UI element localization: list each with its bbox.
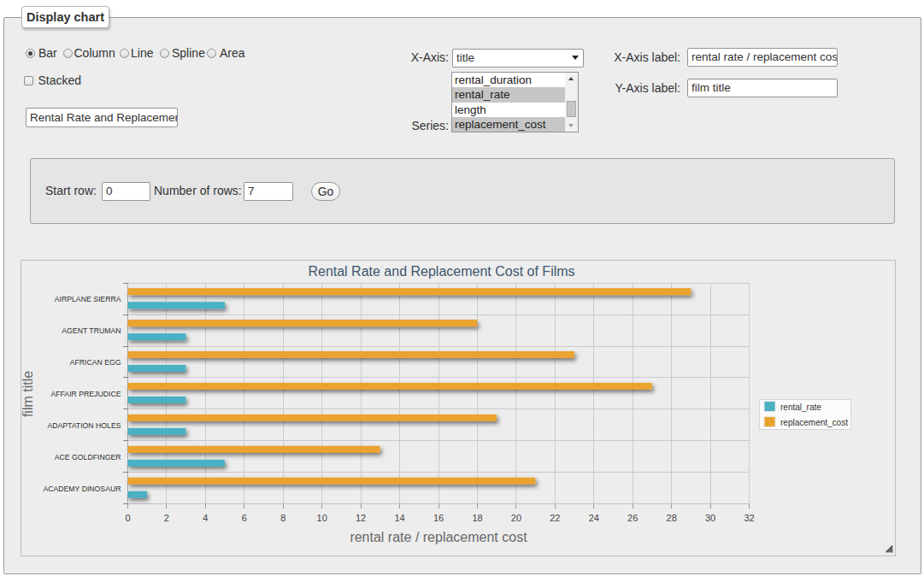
- svg-text:AFFAIR PREJUDICE: AFFAIR PREJUDICE: [50, 390, 121, 398]
- svg-text:22: 22: [550, 513, 560, 523]
- svg-text:rental rate / replacement cost: rental rate / replacement cost: [350, 530, 527, 544]
- svg-text:16: 16: [433, 513, 444, 523]
- svg-text:0: 0: [125, 513, 130, 523]
- svg-text:2: 2: [164, 513, 169, 523]
- svg-text:ACADEMY DINOSAUR: ACADEMY DINOSAUR: [43, 485, 121, 493]
- svg-text:26: 26: [627, 513, 638, 523]
- svg-text:24: 24: [589, 513, 599, 523]
- svg-text:8: 8: [280, 513, 285, 523]
- svg-text:30: 30: [705, 513, 715, 523]
- svg-text:rental_rate: rental_rate: [780, 403, 821, 412]
- svg-text:12: 12: [356, 513, 366, 523]
- svg-text:18: 18: [472, 513, 482, 523]
- svg-text:ACE GOLDFINGER: ACE GOLDFINGER: [55, 453, 121, 461]
- svg-text:20: 20: [511, 513, 521, 523]
- svg-text:28: 28: [667, 513, 677, 523]
- svg-text:10: 10: [317, 513, 327, 523]
- svg-text:AIRPLANE SIERRA: AIRPLANE SIERRA: [55, 295, 121, 303]
- svg-text:film title: film title: [21, 371, 35, 417]
- svg-text:32: 32: [744, 513, 754, 523]
- svg-text:14: 14: [394, 513, 404, 523]
- svg-text:4: 4: [203, 513, 208, 523]
- svg-text:6: 6: [242, 513, 247, 523]
- svg-text:Rental Rate and Replacement Co: Rental Rate and Replacement Cost of Film…: [308, 264, 574, 279]
- svg-text:AFRICAN EGG: AFRICAN EGG: [70, 358, 121, 367]
- svg-text:ADAPTATION HOLES: ADAPTATION HOLES: [47, 421, 121, 430]
- svg-text:replacement_cost: replacement_cost: [780, 418, 848, 427]
- svg-text:AGENT TRUMAN: AGENT TRUMAN: [62, 326, 121, 335]
